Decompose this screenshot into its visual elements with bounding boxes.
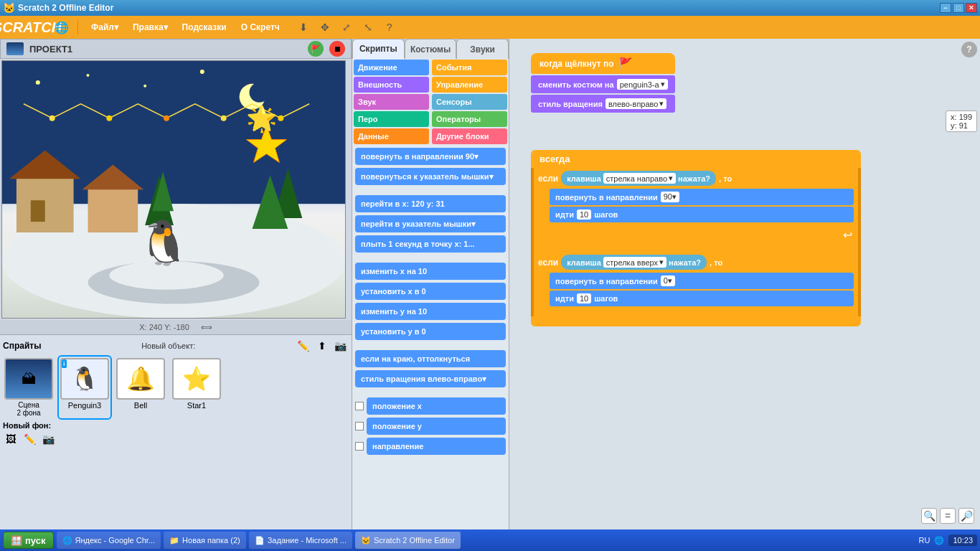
category-more[interactable]: Другие блоки bbox=[432, 128, 507, 144]
block-if-on-edge[interactable]: если на краю, оттолкнуться bbox=[355, 350, 506, 367]
block-go-to-xy[interactable]: перейти в x: 120 y: 31 bbox=[355, 195, 506, 212]
help-button[interactable]: ? bbox=[961, 42, 977, 57]
block-rotation-style[interactable]: стиль вращения влево-вправо▾ bbox=[355, 370, 506, 387]
category-looks[interactable]: Внешность bbox=[354, 77, 429, 93]
close-button[interactable]: ✕ bbox=[966, 3, 977, 13]
upload-backdrop-button[interactable]: ✏️ bbox=[22, 431, 37, 447]
move-10-block-1[interactable]: идти 10 шагов bbox=[550, 207, 854, 222]
set-rotation-block[interactable]: стиль вращения влево-вправо ▾ bbox=[531, 95, 675, 113]
sprite-item-bell[interactable]: 🔔 Bell bbox=[115, 357, 166, 418]
turn-0-block[interactable]: повернуть в направлении 0▾ bbox=[550, 273, 854, 289]
block-direction[interactable]: направление bbox=[367, 438, 506, 455]
move-10-block-2[interactable]: идти 10 шагов bbox=[550, 291, 854, 306]
maximize-button[interactable]: □ bbox=[953, 3, 964, 13]
network-icon: 🌐 bbox=[934, 536, 944, 545]
sprite-info-badge: i bbox=[62, 359, 67, 368]
help-icon[interactable]: ? bbox=[382, 19, 397, 35]
costume-dropdown[interactable]: penguin3-a ▾ bbox=[617, 79, 668, 90]
block-pos-y[interactable]: положение y bbox=[367, 418, 506, 435]
category-sensing[interactable]: Сенсоры bbox=[432, 94, 507, 110]
camera-backdrop-button[interactable]: 📷 bbox=[40, 431, 56, 447]
taskbar-item-scratch[interactable]: 🐱 Scratch 2 Offline Editor bbox=[355, 532, 461, 549]
pressed-label-2: нажата? bbox=[669, 258, 701, 267]
block-turn-dir[interactable]: повернуть в направлении 90▾ bbox=[355, 148, 506, 165]
right-key-dropdown[interactable]: стрелка направо ▾ bbox=[603, 173, 676, 184]
forever-block[interactable]: всегда bbox=[531, 150, 861, 168]
hints-menu[interactable]: Подсказки bbox=[178, 21, 231, 34]
block-set-y[interactable]: установить y в 0 bbox=[355, 323, 506, 340]
resize-handle[interactable]: ⟺ bbox=[201, 323, 212, 332]
expand-icon[interactable]: ⤢ bbox=[339, 19, 354, 35]
minimize-button[interactable]: − bbox=[940, 3, 951, 13]
download-icon[interactable]: ⬇ bbox=[296, 19, 311, 35]
tab-sounds[interactable]: Звуки bbox=[456, 39, 509, 59]
turn-0-dropdown[interactable]: 0▾ bbox=[661, 276, 675, 286]
paint-sprite-button[interactable]: ✏️ bbox=[296, 338, 311, 354]
app-title: Scratch 2 Offline Editor bbox=[18, 3, 113, 13]
block-pos-x-checkbox[interactable]: положение x bbox=[355, 397, 506, 415]
when-flag-block[interactable]: когда щёлкнут по 🚩 bbox=[531, 53, 675, 74]
sprite-item-scene[interactable]: 🏔 Сцена2 фона bbox=[3, 357, 55, 418]
new-object-buttons: ✏️ ⬆ 📷 bbox=[296, 338, 349, 354]
category-sound[interactable]: Звук bbox=[354, 94, 429, 110]
taskbar-item-folder[interactable]: 📁 Новая папка (2) bbox=[164, 532, 246, 549]
block-change-y[interactable]: изменить y на 10 bbox=[355, 303, 506, 320]
block-glide[interactable]: плыть 1 секунд в точку x: 1... bbox=[355, 235, 506, 253]
green-flag-button[interactable]: 🚩 bbox=[308, 41, 324, 57]
tab-scripts[interactable]: Скрипты bbox=[352, 39, 405, 59]
direction-check[interactable] bbox=[355, 442, 364, 451]
fullscreen-icon[interactable]: ✥ bbox=[317, 19, 333, 35]
key-pressed-sensing-1[interactable]: клавиша стрелка направо ▾ нажата? bbox=[561, 171, 716, 186]
block-set-x[interactable]: установить x в 0 bbox=[355, 283, 506, 300]
camera-sprite-button[interactable]: 📷 bbox=[333, 338, 349, 354]
shrink-icon[interactable]: ⤡ bbox=[360, 19, 376, 35]
start-button[interactable]: 🪟 пуск bbox=[3, 532, 54, 549]
block-direction-checkbox[interactable]: направление bbox=[355, 438, 506, 455]
rotation-dropdown[interactable]: влево-вправо ▾ bbox=[606, 98, 667, 109]
taskbar-item-chrome[interactable]: 🌐 Яндекс - Google Chr... bbox=[57, 532, 161, 549]
tab-costumes[interactable]: Костюмы bbox=[405, 39, 457, 59]
sprite-item-star1[interactable]: ⭐ Star1 bbox=[171, 357, 222, 418]
turn-90-block[interactable]: повернуть в направлении 90▾ bbox=[550, 189, 854, 205]
turn-90-dropdown[interactable]: 90▾ bbox=[661, 192, 679, 202]
category-data[interactable]: Данные bbox=[354, 128, 429, 144]
svg-point-4 bbox=[200, 70, 204, 74]
pos-y-check[interactable] bbox=[355, 422, 364, 430]
upload-sprite-button[interactable]: ⬆ bbox=[314, 338, 330, 354]
globe-icon[interactable]: 🌐 bbox=[55, 21, 69, 34]
edit-menu[interactable]: Правка▾ bbox=[128, 21, 172, 34]
pos-x-check[interactable] bbox=[355, 402, 364, 410]
category-motion[interactable]: Движение bbox=[354, 60, 429, 75]
set-rotation-label: стиль вращения bbox=[538, 100, 603, 108]
category-control[interactable]: Управление bbox=[432, 77, 507, 93]
menu-bar: SCRATCH 🌐 Файл▾ Правка▾ Подсказки О Скре… bbox=[0, 16, 980, 39]
block-pos-x[interactable]: положение x bbox=[367, 397, 506, 415]
block-change-x[interactable]: изменить x на 10 bbox=[355, 263, 506, 280]
zoom-in-button[interactable]: 🔍 bbox=[921, 508, 937, 524]
svg-point-2 bbox=[87, 74, 90, 77]
set-costume-block[interactable]: сменить костюм на penguin3-a ▾ bbox=[531, 75, 675, 93]
up-key-dropdown[interactable]: стрелка вверх ▾ bbox=[603, 257, 666, 268]
pressed-label-1: нажата? bbox=[678, 174, 710, 183]
block-pos-y-checkbox[interactable]: положение y bbox=[355, 418, 506, 435]
if-block-2[interactable]: если клавиша стрелка вверх ▾ нажата? , т… bbox=[531, 252, 861, 309]
category-events[interactable]: События bbox=[432, 60, 507, 75]
blocks-list: повернуть в направлении 90▾ повернуться … bbox=[352, 145, 509, 529]
titlebar-controls[interactable]: − □ ✕ bbox=[940, 3, 977, 13]
category-pen[interactable]: Перо bbox=[354, 111, 429, 127]
zoom-reset-button[interactable]: = bbox=[940, 508, 956, 524]
taskbar-item-word[interactable]: 📄 Задание - Microsoft ... bbox=[249, 532, 352, 549]
menu-divider bbox=[77, 20, 78, 34]
key-pressed-sensing-2[interactable]: клавиша стрелка вверх ▾ нажата? bbox=[561, 255, 707, 270]
block-turn-to[interactable]: повернуться к указатель мышки▾ bbox=[355, 168, 506, 185]
about-menu[interactable]: О Скретч bbox=[237, 21, 284, 34]
svg-point-3 bbox=[143, 85, 146, 88]
paint-backdrop-button[interactable]: 🖼 bbox=[3, 431, 19, 447]
file-menu[interactable]: Файл▾ bbox=[87, 21, 123, 34]
stop-button[interactable]: ⏹ bbox=[329, 41, 345, 57]
block-go-to[interactable]: перейти в указатель мышки▾ bbox=[355, 215, 506, 232]
sprite-item-penguin3[interactable]: 🐧 i Penguin3 bbox=[59, 357, 110, 418]
zoom-out-button[interactable]: 🔎 bbox=[958, 508, 974, 524]
category-operators[interactable]: Операторы bbox=[432, 111, 507, 127]
if-block-1[interactable]: если клавиша стрелка направо ▾ нажата? ,… bbox=[531, 168, 861, 225]
